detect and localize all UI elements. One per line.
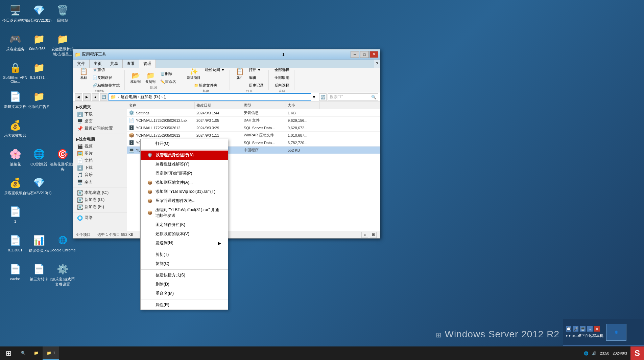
taskbar-explorer[interactable]: 📁 — [30, 346, 43, 360]
new-item-button[interactable]: ✨ 新建项目 — [185, 66, 202, 81]
nav-localc[interactable]: 💽本地磁盘 (C:) — [73, 189, 127, 196]
nav-music[interactable]: 🎵音乐 — [73, 171, 127, 178]
desktop-icon-oilgame[interactable]: 🎯 油菜花游乐宝服务 — [49, 147, 76, 173]
ctx-add-archive[interactable]: 📦 添加到压缩文件(A)... — [141, 178, 228, 187]
ctx-open[interactable]: 打开(O) — [141, 139, 228, 148]
copy-path-button[interactable]: 📄复制路径 — [91, 74, 122, 81]
thispc-header[interactable]: ▶ 这台电脑 — [73, 136, 127, 143]
ribbon-tab-view[interactable]: 查看 — [123, 60, 139, 68]
nav-download[interactable]: ⬇️下载 — [73, 111, 127, 118]
file-row-mdf[interactable]: 🗄️YCHMALL1725293502612 2024/9/3 3:29 SQL… — [127, 124, 380, 132]
address-refresh[interactable]: 🔄 — [319, 93, 327, 101]
select-all-button[interactable]: 全部选择 — [272, 66, 291, 73]
remote-desktop-panel[interactable]: 💬 🎤 🖥️ → ✕ ♦ ♦ or...r5正在远程本机 👤 — [563, 319, 644, 346]
open-button[interactable]: 打开 ▼ — [247, 66, 266, 73]
search-box[interactable]: 搜索"1" 🔍 — [328, 93, 378, 101]
up-button[interactable]: ▲ — [92, 93, 99, 101]
ctx-compatibility[interactable]: 兼容性疑难解答(Y) — [141, 160, 228, 169]
col-header-name[interactable]: 名称 — [127, 102, 195, 109]
nav-pictures[interactable]: 🖼️图片 — [73, 150, 127, 157]
easyaccess-button[interactable]: 轻松访问 ▼ — [203, 66, 227, 73]
ctx-pin-start[interactable]: 固定到"开始"屏幕(P) — [141, 169, 228, 178]
back-button[interactable]: ◀ — [75, 93, 82, 101]
cut-button[interactable]: ✂️剪切 — [91, 66, 122, 73]
desktop-icon-errormeeting[interactable]: 📊 错误会员.xls — [25, 233, 52, 260]
nav-newvold[interactable]: 💽新加卷 (D:) — [73, 196, 127, 203]
taskbar-search[interactable]: 🔍 — [17, 346, 30, 360]
desktop-icon-thirdparty[interactable]: 📄 第三方转卡 — [25, 262, 52, 288]
invert-selection-button[interactable]: 反向选择 — [272, 82, 291, 89]
file-row-settings[interactable]: ⚙️Settings 2024/9/3 1:44 安装信息 1 KB — [127, 109, 380, 117]
desktop-icon-ver[interactable]: 📁 8.1.6171... — [25, 61, 52, 87]
ctx-delete[interactable]: 删除(D) — [141, 280, 228, 289]
start-button[interactable]: ⊞ — [0, 346, 17, 360]
desktop-icon-num1[interactable]: 📄 1 — [2, 205, 29, 231]
rename-button[interactable]: ✏️重命名 — [158, 78, 178, 85]
nav-documents[interactable]: 📄文档 — [73, 157, 127, 164]
ribbon-tab-manage[interactable]: 管理 — [139, 60, 156, 68]
refresh-button[interactable]: 🔄 — [100, 93, 108, 101]
close-button[interactable]: ✕ — [369, 51, 378, 58]
properties-button[interactable]: 📋 属性 — [234, 66, 246, 89]
ctx-add-rar[interactable]: 📦 添加到 "YLBToVipTool(31).rar"(T) — [141, 187, 228, 196]
ribbon-help[interactable]: ? — [374, 60, 380, 68]
ctx-compress-rar-email[interactable]: 📦 压缩到 "YLBToVipTool(31).rar" 并通过邮件发送 — [141, 205, 228, 220]
new-folder-button[interactable]: 📁新建文件夹 — [192, 82, 219, 89]
ctx-restore-version[interactable]: 还原以前的版本(V) — [141, 229, 228, 239]
edit-button[interactable]: 编辑 — [247, 74, 266, 81]
paste-button[interactable]: 📋 粘贴 — [77, 66, 90, 89]
col-header-date[interactable]: 修改日期 — [195, 102, 242, 109]
desktop-icon-oilflower[interactable]: 🌸 油菜花 — [2, 147, 29, 173]
forward-button[interactable]: ▶ — [83, 93, 91, 101]
desktop-icon-coinmachine[interactable]: 📁 兑币机广告片 — [25, 90, 52, 116]
copyto-button[interactable]: 📁 复制到 — [143, 70, 158, 85]
delete-button[interactable]: 🗑️删除 — [158, 70, 178, 77]
address-dropdown[interactable]: ▼ — [312, 95, 318, 99]
desktop-icon-diamond2[interactable]: 💎 钻石V2V213(1) — [25, 176, 52, 202]
nav-recent[interactable]: 📌最近访问的位置 — [73, 125, 127, 132]
desktop-icon-gtreasure[interactable]: 💰 乐客宝收银台 — [2, 176, 29, 202]
col-header-type[interactable]: 类型 — [242, 102, 286, 109]
ctx-cut[interactable]: 剪切(T) — [141, 250, 228, 259]
ctx-compress-email[interactable]: 📦 压缩并通过邮件发送... — [141, 196, 228, 205]
ctx-rename[interactable]: 重命名(M) — [141, 289, 228, 298]
desktop-icon-8.1.3001[interactable]: 📄 8.1.3001 — [2, 233, 29, 260]
moveto-button[interactable]: 📂 移动到 — [128, 70, 143, 85]
col-header-size[interactable]: 大小 — [286, 102, 320, 109]
desktop-icon-diamond[interactable]: 💎 钻石V2V213(1) — [25, 3, 52, 29]
desktop-icon-0dd2c768[interactable]: 📁 0dd2c768... — [25, 32, 52, 58]
ctx-run-as-admin[interactable]: 🛡️ 以管理员身份运行(A) — [141, 151, 228, 160]
desktop-icon-cache[interactable]: 📄 cache — [2, 262, 29, 288]
remote-close-icon[interactable]: ✕ — [594, 326, 600, 332]
nav-desktop2[interactable]: 🖥️桌面 — [73, 178, 127, 185]
maximize-button[interactable]: □ — [360, 51, 369, 58]
ctx-copy[interactable]: 复制(C) — [141, 259, 228, 268]
desktop-icon-qqbrowser[interactable]: 🌐 QQ浏览器 — [25, 147, 52, 173]
ctx-create-shortcut[interactable]: 创建快捷方式(S) — [141, 271, 228, 280]
nav-downloads[interactable]: ⬇️下载 — [73, 164, 127, 171]
desktop-icon-softether[interactable]: 🔒 SoftEther VPN Clie... — [2, 61, 29, 87]
desktop-icon-remote[interactable]: 🖥️ 今日菱远程控制 — [2, 3, 29, 29]
favorites-header[interactable]: ▶ 收藏夹 — [73, 104, 127, 111]
ctx-properties[interactable]: 属性(R) — [141, 300, 228, 310]
desktop-icon-dreamcity[interactable]: 📁 安徽星际梦想城-安徽星... — [49, 32, 76, 58]
desktop-icon-gamecoinsettings[interactable]: ⚙️ [游乐宝]游戏币套餐设置 — [49, 262, 76, 288]
desktop-icon-collector[interactable]: 💰 乐客家收银台 — [2, 118, 29, 144]
address-input[interactable]: 📁 › 这台电脑 › 新加卷 (D:) › 1 — [109, 93, 311, 101]
ctx-send-to[interactable]: 发送到(N) ▶ — [141, 239, 228, 248]
view-icons-button[interactable]: ⊞ — [370, 232, 377, 238]
desktop-icon-newtextdoc[interactable]: 📄 新建文本文档 — [2, 90, 29, 116]
view-details-button[interactable]: ≡ — [361, 232, 368, 238]
nav-videos[interactable]: 🎬视频 — [73, 143, 127, 150]
deselect-all-button[interactable]: 全部取消 — [272, 74, 291, 81]
nav-desktop[interactable]: 🖥️桌面 — [73, 118, 127, 125]
ctx-pin-taskbar[interactable]: 固定到任务栏(K) — [141, 220, 228, 229]
minimize-button[interactable]: ─ — [351, 51, 359, 58]
nav-network[interactable]: 🌐 网络 — [73, 214, 127, 221]
history-button[interactable]: 历史记录 — [247, 82, 266, 89]
desktop-icon-chrome[interactable]: 🌐 Google Chrome — [49, 233, 76, 260]
file-row-rar[interactable]: 📦YCHMALL1725293502612 2024/9/3 1:11 WinR… — [127, 132, 380, 139]
taskbar-window-1[interactable]: 📁 1 — [43, 346, 59, 360]
paste-shortcut-button[interactable]: 🔗粘贴快捷方式 — [91, 82, 122, 89]
desktop-icon-recycle[interactable]: 🗑️ 回收站 — [49, 3, 76, 29]
